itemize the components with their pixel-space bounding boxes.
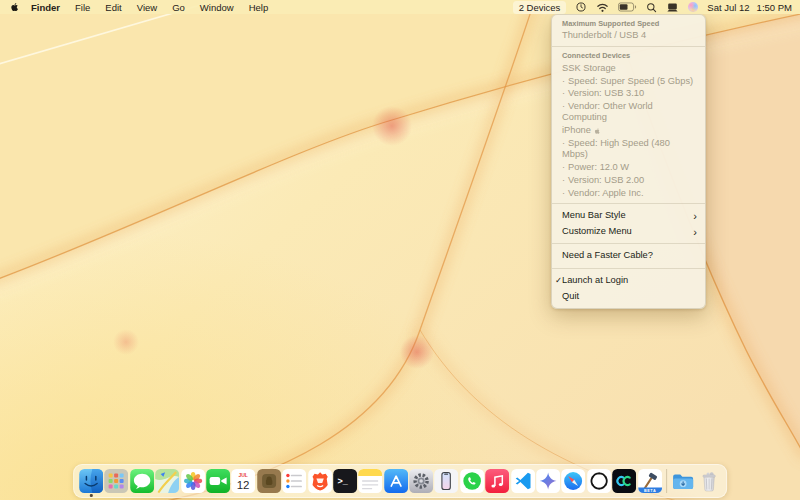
menu-item-ssk-storage: SSK Storage [552, 62, 705, 75]
menu-item-label: Version: USB 3.10 [568, 88, 644, 98]
dock-cc-app-icon[interactable] [612, 469, 636, 493]
menu-item-quit[interactable]: Quit [552, 288, 705, 304]
dock-xcode-icon[interactable]: BETA [638, 469, 662, 493]
siri-icon[interactable] [688, 2, 698, 12]
dock-launchpad-icon[interactable] [105, 469, 129, 493]
dock-gemini-icon[interactable] [536, 469, 560, 493]
dock-brave-icon[interactable] [308, 469, 332, 493]
dock-maps-icon[interactable] [155, 469, 179, 493]
menu-file[interactable]: File [75, 2, 90, 13]
dock-calendar-icon[interactable]: JUL12 [231, 469, 255, 493]
menu-item-version-usb-3-10: ·Version: USB 3.10 [552, 88, 705, 101]
menu-item-label: Quit [562, 291, 579, 302]
menu-item-label: Launch at Login [562, 275, 628, 286]
dock-vscode-icon[interactable] [511, 469, 535, 493]
menu-window[interactable]: Window [200, 2, 234, 13]
bullet-marker: · [562, 162, 565, 172]
menu-item-label: Vendor: Other World Computing [562, 101, 653, 122]
dock-photos-icon[interactable] [181, 469, 205, 493]
menu-bar-date: Sat Jul 12 [707, 2, 749, 13]
usb-devices-menu-button[interactable]: 2 Devices [513, 1, 567, 14]
menu-go[interactable]: Go [172, 2, 185, 13]
battery-icon[interactable] [618, 2, 637, 12]
menu-separator [552, 268, 705, 269]
dock-divider [666, 469, 667, 493]
dock-iphone-mirroring-icon[interactable] [435, 469, 459, 493]
menu-item-label: Menu Bar Style [562, 210, 626, 221]
submenu-chevron-icon: › [693, 228, 697, 236]
menu-item-speed-super-speed-5-gbps-: ·Speed: Super Speed (5 Gbps) [552, 75, 705, 88]
menu-item-speed-high-speed-480-mbps-: ·Speed: High Speed (480 Mbps) [552, 137, 705, 161]
menu-bar: Finder FileEditViewGoWindowHelp 2 Device… [0, 0, 800, 14]
dock-trash-icon[interactable] [697, 469, 721, 493]
dock-chatgpt-icon[interactable] [587, 469, 611, 493]
timer-icon[interactable] [575, 1, 587, 13]
menu-bar-time: 1:50 PM [757, 2, 792, 13]
wifi-icon[interactable] [596, 2, 609, 13]
menu-item-label: Thunderbolt / USB 4 [562, 30, 646, 41]
dock-whatsapp-icon[interactable] [460, 469, 484, 493]
menu-separator [552, 46, 705, 47]
display-icon[interactable] [666, 2, 679, 13]
svg-text:>_: >_ [338, 476, 349, 486]
dock-appstore-icon[interactable] [384, 469, 408, 493]
dock-notes-icon[interactable] [358, 469, 382, 493]
menu-view[interactable]: View [137, 2, 157, 13]
svg-text:JUL: JUL [239, 472, 248, 478]
dock-downloads-icon[interactable] [671, 469, 695, 493]
menu-item-label: Customize Menu [562, 226, 632, 237]
menu-help[interactable]: Help [249, 2, 269, 13]
bullet-marker: · [562, 88, 565, 98]
menu-bar-status-area: 2 Devices [513, 1, 792, 14]
menu-item-label: iPhone [562, 125, 591, 136]
macos-desktop: Finder FileEditViewGoWindowHelp 2 Device… [0, 0, 800, 500]
search-icon[interactable] [646, 2, 657, 13]
menu-item-vendor-other-world-computing: ·Vendor: Other World Computing [552, 100, 705, 124]
dock: JUL12>_BETA [73, 464, 727, 498]
menu-separator [552, 203, 705, 204]
menu-item-power-12-0-w: ·Power: 12.0 W [552, 161, 705, 174]
menu-separator [552, 243, 705, 244]
dock-brown-app-icon[interactable] [257, 469, 281, 493]
dock-music-icon[interactable] [485, 469, 509, 493]
menu-section-header: Maximum Supported Speed [552, 18, 705, 30]
submenu-chevron-icon: › [693, 212, 697, 220]
svg-text:12: 12 [237, 479, 250, 491]
dock-messages-icon[interactable] [130, 469, 154, 493]
menu-item-launch-at-login[interactable]: ✓Launch at Login [552, 272, 705, 288]
svg-text:BETA: BETA [644, 489, 656, 493]
apple-logo-icon [594, 127, 601, 135]
menu-item-label: SSK Storage [562, 63, 616, 74]
dock-terminal-icon[interactable]: >_ [333, 469, 357, 493]
menu-item-label: Speed: High Speed (480 Mbps) [562, 138, 670, 159]
menu-item-iphone: iPhone [552, 124, 705, 137]
dock-reminders-icon[interactable] [282, 469, 306, 493]
menu-item-label: Version: USB 2.00 [568, 175, 644, 185]
menu-section-header: Connected Devices [552, 50, 705, 62]
menu-item-label: Speed: Super Speed (5 Gbps) [568, 76, 693, 86]
menu-item-menu-bar-style[interactable]: Menu Bar Style› [552, 208, 705, 224]
menu-item-vendor-apple-inc-: ·Vendor: Apple Inc. [552, 187, 705, 200]
running-indicator-dot [90, 494, 93, 497]
dock-facetime-icon[interactable] [206, 469, 230, 493]
usb-devices-dropdown-menu: Maximum Supported SpeedThunderbolt / USB… [551, 14, 706, 310]
menu-item-customize-menu[interactable]: Customize Menu› [552, 224, 705, 240]
clock[interactable]: Sat Jul 12 1:50 PM [707, 2, 792, 13]
bullet-marker: · [562, 76, 565, 86]
bullet-marker: · [562, 138, 565, 148]
menu-item-thunderbolt-usb-4: Thunderbolt / USB 4 [552, 29, 705, 42]
menu-item-label: Power: 12.0 W [568, 162, 629, 172]
bullet-marker: · [562, 175, 565, 185]
app-menus: FileEditViewGoWindowHelp [75, 2, 268, 13]
menu-edit[interactable]: Edit [105, 2, 121, 13]
dock-settings-icon[interactable] [409, 469, 433, 493]
checkmark-icon: ✓ [555, 275, 562, 285]
dock-safari-icon[interactable] [562, 469, 586, 493]
menu-item-version-usb-2-00: ·Version: USB 2.00 [552, 174, 705, 187]
active-app-name[interactable]: Finder [31, 2, 60, 13]
menu-item-need-a-faster-cable-[interactable]: Need a Faster Cable? [552, 248, 705, 264]
menu-item-label: Vendor: Apple Inc. [568, 188, 643, 198]
bullet-marker: · [562, 188, 565, 198]
dock-finder-icon[interactable] [79, 469, 103, 493]
apple-menu-icon[interactable] [10, 1, 20, 13]
